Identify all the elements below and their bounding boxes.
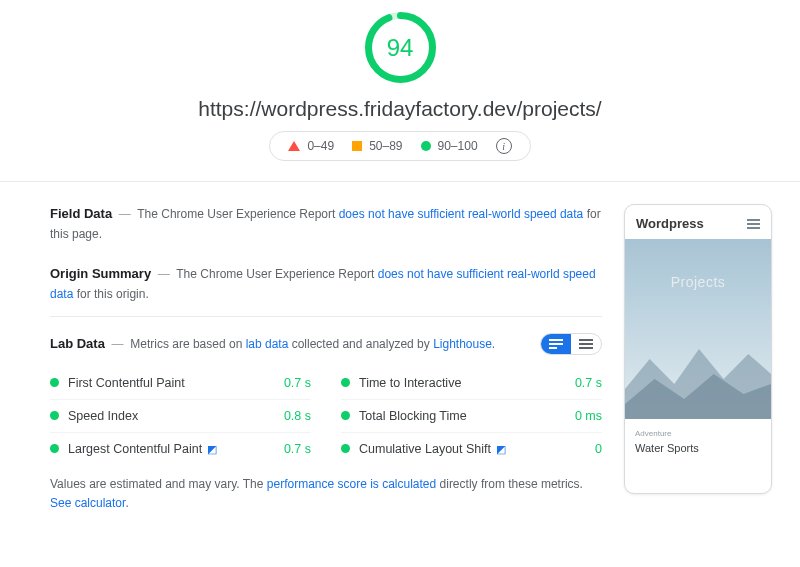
legend-fail: 0–49 — [288, 139, 334, 153]
circle-icon — [421, 141, 431, 151]
metric-value: 0 — [595, 442, 602, 456]
status-dot-icon — [50, 411, 59, 420]
metric-label: Speed Index — [68, 409, 138, 423]
metric-value: 0.7 s — [284, 376, 311, 390]
origin-summary-section: Origin Summary — The Chrome User Experie… — [50, 264, 602, 304]
metric-row[interactable]: Cumulative Layout Shift ◩ 0 — [341, 433, 602, 465]
see-calc-link[interactable]: See calculator — [50, 496, 125, 510]
preview-card-category: Adventure — [635, 429, 761, 438]
score-value: 94 — [363, 10, 438, 85]
metric-row[interactable]: Time to Interactive 0.7 s — [341, 367, 602, 400]
metric-label: Time to Interactive — [359, 376, 461, 390]
screenshot-thumbnail[interactable]: Wordpress Projects Adventure Water Sport… — [624, 204, 772, 494]
lighthouse-link[interactable]: Lighthouse — [433, 337, 492, 351]
metrics-footnote: Values are estimated and may vary. The p… — [50, 475, 602, 513]
status-dot-icon — [50, 444, 59, 453]
score-gauge-section: 94 — [0, 10, 800, 85]
preview-site-name: Wordpress — [636, 216, 704, 231]
origin-title: Origin Summary — [50, 266, 151, 281]
metric-label: First Contentful Paint — [68, 376, 185, 390]
status-dot-icon — [50, 378, 59, 387]
score-legend: 0–49 50–89 90–100 i — [269, 131, 530, 161]
metric-value: 0.7 s — [575, 376, 602, 390]
metric-label: Cumulative Layout Shift — [359, 442, 491, 456]
metric-row[interactable]: Total Blocking Time 0 ms — [341, 400, 602, 433]
bookmark-icon: ◩ — [204, 443, 217, 455]
toggle-expanded-icon[interactable] — [541, 334, 571, 354]
field-data-title: Field Data — [50, 206, 112, 221]
preview-card-title: Water Sports — [635, 442, 761, 454]
metric-row[interactable]: First Contentful Paint 0.7 s — [50, 367, 311, 400]
legend-avg: 50–89 — [352, 139, 402, 153]
lab-data-title: Lab Data — [50, 336, 105, 351]
calc-link[interactable]: performance score is calculated — [267, 477, 436, 491]
field-data-link[interactable]: does not have sufficient real-world spee… — [339, 207, 584, 221]
preview-hero-title: Projects — [625, 274, 771, 290]
status-dot-icon — [341, 444, 350, 453]
toggle-compact-icon[interactable] — [571, 334, 601, 354]
metric-row[interactable]: Speed Index 0.8 s — [50, 400, 311, 433]
status-dot-icon — [341, 378, 350, 387]
metric-value: 0 ms — [575, 409, 602, 423]
view-toggle[interactable] — [540, 333, 602, 355]
triangle-icon — [288, 141, 300, 151]
page-url: https://wordpress.fridayfactory.dev/proj… — [0, 97, 800, 121]
legend-pass: 90–100 — [421, 139, 478, 153]
lab-data-header: Lab Data — Metrics are based on lab data… — [50, 333, 602, 355]
inner-divider — [50, 316, 602, 317]
metric-row[interactable]: Largest Contentful Paint ◩ 0.7 s — [50, 433, 311, 465]
metric-label: Largest Contentful Paint — [68, 442, 202, 456]
lab-data-link[interactable]: lab data — [246, 337, 289, 351]
metrics-grid: First Contentful Paint 0.7 s Time to Int… — [50, 367, 602, 465]
score-gauge: 94 — [363, 10, 438, 85]
status-dot-icon — [341, 411, 350, 420]
metric-label: Total Blocking Time — [359, 409, 467, 423]
metric-value: 0.8 s — [284, 409, 311, 423]
square-icon — [352, 141, 362, 151]
info-icon[interactable]: i — [496, 138, 512, 154]
metric-value: 0.7 s — [284, 442, 311, 456]
menu-icon — [747, 217, 760, 231]
bookmark-icon: ◩ — [493, 443, 506, 455]
field-data-section: Field Data — The Chrome User Experience … — [50, 204, 602, 244]
